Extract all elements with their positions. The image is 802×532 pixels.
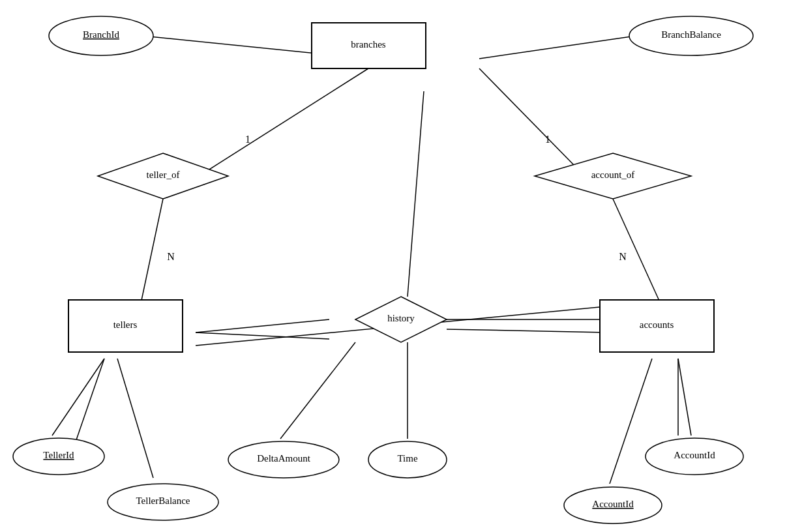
er-diagram: branches tellers accounts teller_of acco… <box>0 0 802 532</box>
entity-branches-label: branches <box>351 39 385 50</box>
line-tellerid-2 <box>52 359 104 436</box>
line-tellerid-1 <box>72 359 104 453</box>
line-branches-tellerof <box>199 68 368 176</box>
line-accountid-top-1 <box>678 359 691 436</box>
line-accounts-history-2 <box>447 329 606 332</box>
line-deltaamount <box>280 342 355 439</box>
relation-tellerof-label: teller_of <box>147 170 180 180</box>
line-branches-accountof <box>479 68 574 165</box>
relation-accountof-label: account_of <box>591 170 635 180</box>
attr-branchbalance-label: BranchBalance <box>661 29 721 40</box>
attr-tellerid-label: TellerId <box>43 450 74 460</box>
attr-accountid-bottom-label: AccountId <box>592 499 634 509</box>
line-tellers-history-1 <box>196 319 329 332</box>
entity-accounts-label: accounts <box>640 319 674 330</box>
cardinality-1-accountof: 1 <box>545 134 550 145</box>
attr-branchid-label: BranchId <box>83 29 119 40</box>
attr-deltaamount-label: DeltaAmount <box>257 453 310 464</box>
line-tellers-history-2 <box>196 332 329 339</box>
line-branches-history <box>408 91 424 297</box>
cardinality-n-accountof: N <box>619 251 627 262</box>
line-accountid-bottom <box>610 359 652 484</box>
attr-accountid-top-label: AccountId <box>674 450 715 460</box>
attr-tellerbalance-label: TellerBalance <box>136 495 190 506</box>
line-tellerbalance <box>117 359 153 478</box>
line-branchbalance <box>479 36 636 59</box>
cardinality-1-tellerof: 1 <box>245 134 250 145</box>
line-tellerof-tellers <box>140 199 163 306</box>
attr-time-label: Time <box>397 453 417 464</box>
entity-tellers-label: tellers <box>113 319 138 330</box>
relation-history-label: history <box>387 313 415 323</box>
cardinality-n-tellerof: N <box>167 251 175 262</box>
